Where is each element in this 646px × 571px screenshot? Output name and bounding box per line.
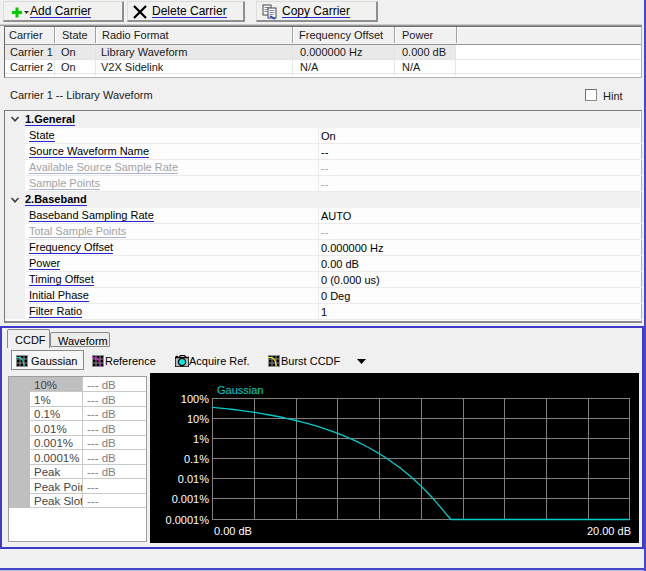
svg-text:1%: 1%	[193, 433, 209, 445]
svg-text:0.001%: 0.001%	[172, 493, 210, 505]
svg-text:0.0001%: 0.0001%	[166, 514, 210, 526]
svg-text:0.00 dB: 0.00 dB	[214, 525, 252, 537]
svg-text:10%: 10%	[187, 413, 209, 425]
svg-text:0.1%: 0.1%	[184, 453, 209, 465]
svg-text:0.01%: 0.01%	[178, 473, 209, 485]
svg-text:100%: 100%	[181, 393, 209, 405]
svg-text:20.00 dB: 20.00 dB	[587, 525, 631, 537]
svg-text:Gaussian: Gaussian	[217, 384, 263, 396]
